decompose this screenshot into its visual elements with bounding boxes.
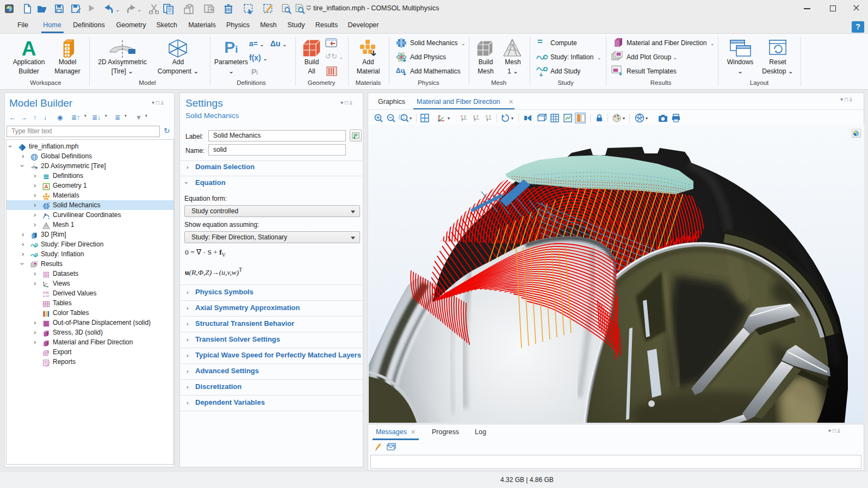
svg-text:Δu: Δu	[396, 67, 405, 75]
svg-text:8.85: 8.85	[43, 291, 49, 294]
svg-text:e-12: e-12	[43, 294, 49, 298]
svg-text:x: x	[461, 114, 463, 118]
svg-text:x: x	[486, 114, 488, 118]
svg-text:y: y	[464, 114, 466, 119]
svg-text:y: y	[473, 114, 475, 119]
svg-text:z: z	[489, 114, 491, 118]
svg-text:z: z	[476, 114, 479, 118]
